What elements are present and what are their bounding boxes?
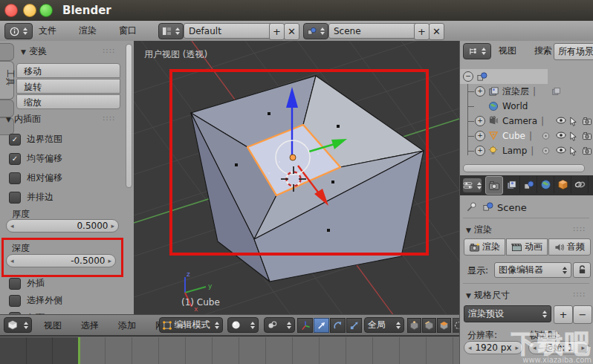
pivot-point-dropdown[interactable] <box>264 317 295 333</box>
manipulator-toggle-button[interactable] <box>297 318 313 333</box>
add-layout-button[interactable]: + <box>269 23 285 40</box>
inset-option-row-2[interactable]: 相对偏移 <box>9 172 62 184</box>
transform-button-2[interactable]: 缩放 <box>16 94 120 109</box>
outliner-item-label[interactable]: Scene <box>490 71 518 82</box>
transform-button-1[interactable]: 旋转 <box>16 79 120 94</box>
properties-tab-render-layers[interactable] <box>503 176 520 193</box>
slider-left-arrow-icon[interactable]: ◂ <box>468 344 472 351</box>
3d-menu-视图[interactable]: 视图 <box>41 316 65 336</box>
dimensions-panel-header[interactable]: ▼规格尺寸 <box>466 289 510 302</box>
inset-option-row-0[interactable]: ✓边界范围 <box>9 133 62 146</box>
render-still-button[interactable]: 渲染 <box>464 238 505 256</box>
slider-right-arrow-icon[interactable]: ▸ <box>111 222 114 230</box>
maximize-window-button[interactable] <box>39 4 53 17</box>
outliner-menu-视图[interactable]: 视图 <box>496 41 519 60</box>
inset-panel-header[interactable]: ▼内插面 <box>6 113 41 126</box>
properties-tab-object[interactable] <box>554 176 571 193</box>
data-toggle-icon[interactable] <box>541 131 552 140</box>
3d-viewport[interactable]: z y x 用户视图 (透视) (1) Cube <box>134 41 459 314</box>
cam-toggle-icon[interactable] <box>582 131 593 140</box>
timeline[interactable] <box>0 336 459 364</box>
close-layout-button[interactable]: ✕ <box>284 23 299 40</box>
remove-preset-button[interactable]: − <box>573 305 592 324</box>
properties-tab-scene[interactable] <box>520 176 537 193</box>
eye-toggle-icon[interactable] <box>556 131 567 140</box>
breadcrumb[interactable]: Scene <box>497 202 527 213</box>
info-editor-button[interactable] <box>4 23 33 39</box>
expand-icon[interactable]: + <box>475 146 485 156</box>
outliner-item-Lamp[interactable]: +Lamp| <box>460 143 593 158</box>
eye-toggle-icon[interactable] <box>556 117 567 126</box>
viewport-shading-dropdown[interactable] <box>227 317 259 333</box>
current-frame-marker[interactable] <box>78 337 80 364</box>
panel-grip[interactable]: :::: <box>103 114 115 122</box>
scale-manipulator-button[interactable] <box>346 318 362 333</box>
eye-toggle-icon[interactable] <box>556 146 567 155</box>
checkbox-checked-icon[interactable]: ✓ <box>9 134 21 146</box>
3d-menu-添加[interactable]: 添加 <box>115 316 139 336</box>
slider-left-arrow-icon[interactable]: ◂ <box>10 222 14 230</box>
scene-field[interactable]: Scene <box>328 23 423 39</box>
properties-tab-modifiers[interactable] <box>589 176 593 193</box>
outliner-item-World[interactable]: World <box>460 99 593 114</box>
outliner-editor-dropdown[interactable] <box>463 43 491 59</box>
menu-窗口[interactable]: 窗口 <box>116 21 140 41</box>
menu-渲染[interactable]: 渲染 <box>76 21 100 41</box>
checkbox-unchecked-icon[interactable] <box>9 192 21 204</box>
outliner-item-Scene[interactable]: −Scene <box>460 69 593 84</box>
cursor-toggle-icon[interactable] <box>569 131 580 140</box>
shelf-tab-tools[interactable]: 工具 <box>0 61 14 100</box>
lock-interface-button[interactable] <box>573 262 591 278</box>
inset-option-row-1[interactable]: ✓均等偏移 <box>9 152 62 165</box>
render-presets-dropdown[interactable]: 渲染预设 <box>464 305 551 322</box>
pin-icon[interactable] <box>466 201 477 212</box>
shelf-tab[interactable] <box>0 43 14 61</box>
add-preset-button[interactable]: + <box>554 305 573 324</box>
properties-tab-constraints[interactable] <box>571 176 589 193</box>
3d-menu-选择[interactable]: 选择 <box>78 316 102 336</box>
slider-left-arrow-icon[interactable]: ◂ <box>533 344 537 351</box>
cam-toggle-icon[interactable] <box>582 146 593 155</box>
vertex-select-button[interactable] <box>407 318 421 333</box>
mode-dropdown[interactable]: 编辑模式 <box>159 317 223 333</box>
thickness-slider[interactable]: ◂ 0.5000 ▸ <box>6 219 119 233</box>
checkbox-checked-icon[interactable]: ✓ <box>9 153 21 165</box>
editor-type-dropdown[interactable] <box>4 317 32 333</box>
display-scope-dropdown[interactable]: 所有场景 <box>554 43 593 60</box>
inset-option2-row-1[interactable]: 选择外侧 <box>9 294 62 307</box>
transform-button-0[interactable]: 移动 <box>16 63 120 78</box>
checkbox-unchecked-icon[interactable] <box>9 295 21 307</box>
transform-panel-header[interactable]: ▼变换 <box>21 45 47 58</box>
panel-grip[interactable]: :::: <box>573 224 586 233</box>
properties-tab-render[interactable] <box>485 176 503 195</box>
toolshelf-scrollbar[interactable] <box>126 44 132 188</box>
depth-slider[interactable]: ◂ -0.5000 ▸ <box>6 254 116 267</box>
slider-right-arrow-icon[interactable]: ▸ <box>108 257 111 264</box>
inset-option2-row-0[interactable]: 外插 <box>9 277 45 290</box>
menu-文件[interactable]: 文件 <box>36 21 59 41</box>
display-mode-dropdown[interactable]: 图像编辑器 <box>494 262 571 278</box>
cursor-toggle-icon[interactable] <box>569 146 580 155</box>
outliner-item-label[interactable]: 渲染层 <box>502 85 529 98</box>
scene-selector-icon-button[interactable] <box>303 23 328 39</box>
layers-sm-toggle-icon[interactable] <box>551 87 563 96</box>
outliner-item-label[interactable]: Lamp <box>502 146 527 156</box>
panel-grip[interactable]: :::: <box>573 290 586 298</box>
inset-option-row-3[interactable]: 并排边 <box>9 191 54 204</box>
face-select-button[interactable] <box>437 318 451 333</box>
screen-layout-icon-button[interactable] <box>158 23 184 39</box>
expand-icon[interactable]: + <box>475 131 485 141</box>
render-audio-button[interactable]: 音频 <box>548 238 591 256</box>
outliner-item-渲染层[interactable]: +渲染层| <box>460 84 593 99</box>
collapse-icon[interactable]: − <box>463 71 473 82</box>
resolution-x-slider[interactable]: ◂ 1920 px ▸ <box>464 341 523 354</box>
outliner-item-label[interactable]: Camera <box>502 116 537 126</box>
outliner-hscrollbar[interactable] <box>463 164 585 172</box>
edge-select-button[interactable] <box>422 318 436 333</box>
properties-tab-world[interactable] <box>537 176 554 193</box>
outliner-item-label[interactable]: Cube <box>502 131 525 141</box>
data-toggle-icon[interactable] <box>541 146 552 155</box>
translate-manipulator-button[interactable] <box>314 318 329 333</box>
slider-right-arrow-icon[interactable]: ▸ <box>581 344 585 351</box>
expand-icon[interactable]: + <box>475 86 485 97</box>
